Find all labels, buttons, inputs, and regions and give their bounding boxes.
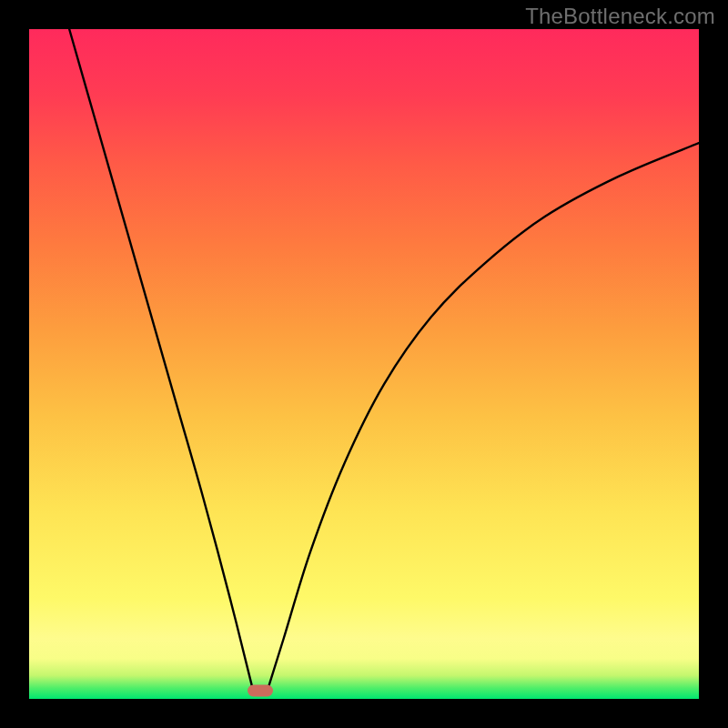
watermark-text: TheBottleneck.com	[525, 4, 715, 29]
curve-left-branch	[69, 29, 253, 693]
bottleneck-curve	[29, 29, 699, 699]
chart-frame: TheBottleneck.com	[0, 0, 728, 728]
optimal-point-marker	[248, 685, 273, 697]
plot-area	[29, 29, 699, 699]
curve-right-branch	[267, 143, 699, 693]
